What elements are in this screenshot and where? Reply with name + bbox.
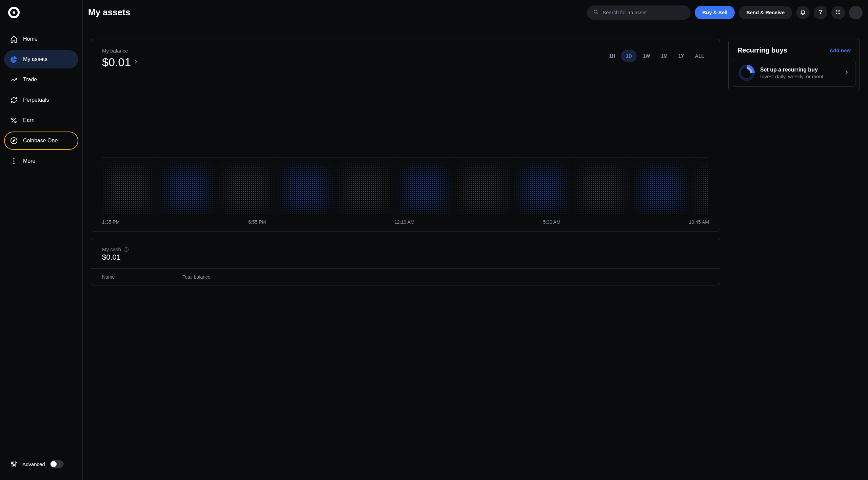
svg-point-23 <box>836 11 837 12</box>
balance-row[interactable]: $0.01 <box>102 56 139 69</box>
add-new-button[interactable]: Add new <box>830 47 851 53</box>
info-icon[interactable]: i <box>124 247 129 252</box>
sidebar-item-label: Earn <box>23 117 35 123</box>
column-total-balance: Total balance <box>182 274 211 280</box>
sidebar-item-my-assets[interactable]: My assets <box>4 50 78 68</box>
refresh-icon <box>10 96 18 104</box>
toggle-knob <box>51 461 57 467</box>
sidebar-item-coinbase-one[interactable]: Coinbase One <box>4 132 78 150</box>
advanced-toggle[interactable] <box>50 460 63 468</box>
svg-point-25 <box>839 11 840 12</box>
svg-point-19 <box>820 13 821 14</box>
svg-point-9 <box>13 160 15 162</box>
svg-line-3 <box>12 118 16 123</box>
sidebar-item-label: My assets <box>23 56 47 62</box>
sidebar-item-home[interactable]: Home <box>4 30 78 48</box>
cash-header: My cash i $0.01 <box>91 238 720 268</box>
help-icon <box>817 9 824 16</box>
recurring-text: Set up a recurring buy Invest daily, wee… <box>760 67 838 79</box>
xaxis-tick: 1:35 PM <box>102 219 120 225</box>
more-icon <box>10 157 18 165</box>
svg-point-27 <box>838 13 839 14</box>
cash-label: My cash <box>102 246 121 252</box>
cash-table-head: Name Total balance <box>91 268 720 285</box>
page-title: My assets <box>88 7 130 18</box>
sidebar-item-label: Perpetuals <box>23 97 49 103</box>
chart-top: My balance $0.01 1H 1D 1W 1M 1Y <box>102 48 709 69</box>
timeframe-selector: 1H 1D 1W 1M 1Y ALL <box>604 50 709 62</box>
timeframe-all[interactable]: ALL <box>690 50 709 62</box>
compass-icon <box>10 137 18 144</box>
search-box[interactable] <box>587 5 691 20</box>
chart-area[interactable] <box>102 79 709 215</box>
svg-point-26 <box>836 13 837 14</box>
sidebar-item-label: More <box>23 158 35 164</box>
grid-icon <box>835 9 841 16</box>
percent-icon <box>10 117 18 124</box>
svg-point-4 <box>12 118 13 120</box>
svg-point-21 <box>838 10 839 11</box>
balance-block: My balance $0.01 <box>102 48 139 69</box>
avatar[interactable] <box>849 6 863 19</box>
svg-point-17 <box>594 10 597 13</box>
cash-value: $0.01 <box>102 253 709 262</box>
main: My assets Buy & Sell Send & Receive <box>83 0 868 480</box>
trend-icon <box>10 76 18 83</box>
advanced-toggle-row: Advanced <box>4 455 78 473</box>
recurring-buys-card: Recurring buys Add new Set up a recurrin… <box>728 39 860 91</box>
recurring-head: Recurring buys Add new <box>729 39 860 59</box>
svg-point-8 <box>13 158 15 160</box>
chart-xaxis: 1:35 PM 6:55 PM 12:10 AM 5:30 AM 10:45 A… <box>102 219 709 225</box>
timeframe-1h[interactable]: 1H <box>604 50 620 62</box>
chevron-right-icon <box>844 69 850 77</box>
svg-line-18 <box>597 13 598 14</box>
search-icon <box>593 9 598 16</box>
timeframe-1w[interactable]: 1W <box>638 50 655 62</box>
sidebar-item-label: Coinbase One <box>23 138 58 144</box>
buy-sell-button[interactable]: Buy & Sell <box>695 6 735 19</box>
recurring-item-subtitle: Invest daily, weekly, or mont... <box>760 74 838 79</box>
nav-list: Home My assets Trade Perpetuals Earn <box>4 30 78 170</box>
svg-point-12 <box>12 462 13 464</box>
advanced-label: Advanced <box>22 461 45 467</box>
sidebar-item-label: Trade <box>23 77 37 83</box>
search-input[interactable] <box>603 9 685 15</box>
balance-label: My balance <box>102 48 139 54</box>
svg-point-24 <box>838 11 839 12</box>
recurring-setup-item[interactable]: Set up a recurring buy Invest daily, wee… <box>733 59 855 87</box>
timeframe-1m[interactable]: 1M <box>656 50 672 62</box>
send-receive-button[interactable]: Send & Receive <box>739 6 792 19</box>
sidebar-item-trade[interactable]: Trade <box>4 71 78 89</box>
sidebar-item-earn[interactable]: Earn <box>4 111 78 129</box>
timeframe-1d[interactable]: 1D <box>621 50 637 62</box>
xaxis-tick: 5:30 AM <box>543 219 560 225</box>
header: My assets Buy & Sell Send & Receive <box>83 0 868 25</box>
svg-marker-7 <box>13 139 15 142</box>
apps-button[interactable] <box>831 6 845 19</box>
xaxis-tick: 10:45 AM <box>689 219 709 225</box>
notifications-button[interactable] <box>796 6 810 19</box>
balance-chart-card: My balance $0.01 1H 1D 1W 1M 1Y <box>91 39 720 232</box>
sidebar: Home My assets Trade Perpetuals Earn <box>0 0 83 480</box>
svg-point-22 <box>839 10 840 11</box>
sidebar-item-perpetuals[interactable]: Perpetuals <box>4 91 78 109</box>
svg-point-16 <box>15 462 17 463</box>
coinbase-logo[interactable] <box>8 7 20 18</box>
sidebar-item-more[interactable]: More <box>4 152 78 170</box>
help-button[interactable] <box>814 6 827 19</box>
sliders-icon <box>10 460 18 468</box>
home-icon <box>10 35 18 43</box>
svg-rect-2 <box>13 12 15 14</box>
sidebar-item-label: Home <box>23 36 38 42</box>
recurring-item-title: Set up a recurring buy <box>760 67 838 73</box>
svg-point-5 <box>15 121 16 123</box>
column-left: My balance $0.01 1H 1D 1W 1M 1Y <box>91 39 720 480</box>
balance-value: $0.01 <box>102 56 131 69</box>
cash-card: My cash i $0.01 Name Total balance <box>91 238 720 285</box>
timeframe-1y[interactable]: 1Y <box>674 50 689 62</box>
column-right: Recurring buys Add new Set up a recurrin… <box>728 39 860 480</box>
svg-point-14 <box>13 464 15 466</box>
chevron-right-icon <box>133 59 139 66</box>
svg-point-10 <box>13 163 15 164</box>
content: My balance $0.01 1H 1D 1W 1M 1Y <box>83 25 868 480</box>
